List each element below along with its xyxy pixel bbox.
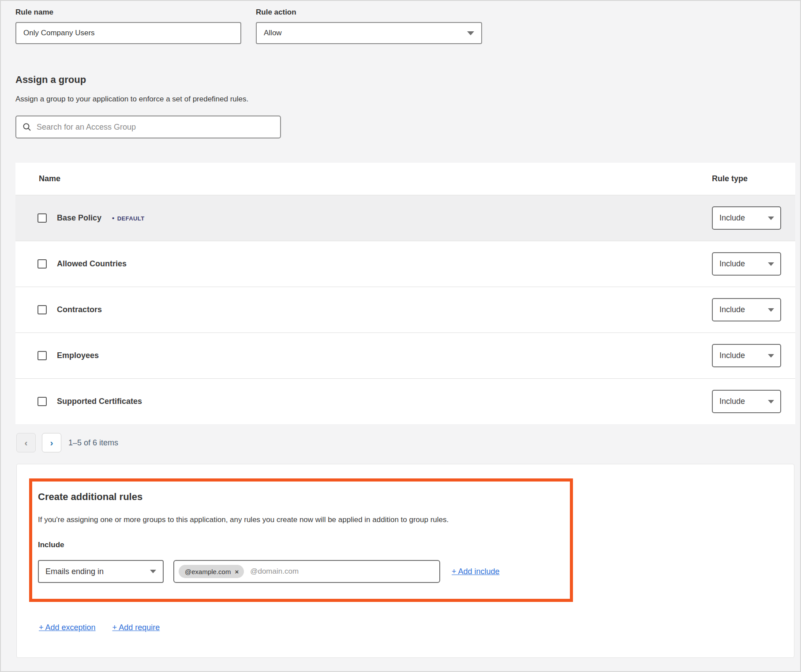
dropdown-arrow-icon: [768, 308, 774, 312]
rule-type-cell: Include: [712, 298, 788, 321]
rule-type-select[interactable]: Include: [712, 344, 781, 367]
policy-editor-page: Rule name Rule action Allow Assign a gro…: [0, 0, 801, 672]
rule-criteria-select[interactable]: Emails ending in: [38, 560, 164, 583]
rule-action-field: Rule action Allow: [256, 8, 482, 44]
rule-type-value: Include: [719, 397, 745, 406]
row-label-group: Contractors: [37, 305, 102, 314]
add-include-link[interactable]: + Add include: [452, 567, 500, 576]
chevron-left-icon: ‹: [25, 437, 28, 448]
access-group-search[interactable]: [15, 116, 281, 138]
column-header-rule-type: Rule type: [712, 174, 788, 183]
rule-action-select[interactable]: Allow: [256, 22, 482, 44]
remove-chip-icon[interactable]: ×: [235, 568, 239, 575]
pagination: ‹ › 1–5 of 6 items: [16, 433, 801, 452]
table-row: Supported Certificates Include: [15, 378, 795, 424]
rule-name-input[interactable]: [15, 22, 241, 44]
domain-text-input[interactable]: [250, 567, 435, 576]
table-row: Base Policy •DEFAULT Include: [15, 195, 795, 241]
dropdown-arrow-icon: [768, 217, 774, 220]
rule-name-field: Rule name: [15, 8, 241, 44]
rule-type-cell: Include: [712, 206, 788, 230]
search-input[interactable]: [37, 123, 274, 132]
rule-type-select[interactable]: Include: [712, 298, 781, 321]
table-row: Contractors Include: [15, 287, 795, 332]
search-icon: [22, 123, 31, 131]
rule-type-value: Include: [719, 259, 745, 269]
group-name: Contractors: [57, 305, 102, 314]
row-checkbox[interactable]: [37, 305, 47, 314]
row-checkbox[interactable]: [37, 213, 47, 223]
dropdown-arrow-icon: [150, 570, 156, 573]
column-header-name: Name: [39, 174, 60, 183]
rule-type-cell: Include: [712, 390, 788, 413]
table-header: Name Rule type: [15, 163, 795, 195]
assign-group-heading: Assign a group: [15, 74, 801, 86]
assign-group-description: Assign a group to your application to en…: [15, 95, 801, 104]
additional-rules-heading: Create additional rules: [38, 491, 561, 503]
add-exception-link[interactable]: + Add exception: [39, 623, 96, 632]
add-require-link[interactable]: + Add require: [112, 623, 160, 632]
rule-type-cell: Include: [712, 252, 788, 276]
rule-type-value: Include: [719, 351, 745, 360]
group-name: Allowed Countries: [57, 259, 127, 269]
badge-dot-icon: •: [112, 214, 115, 222]
chevron-right-icon: ›: [50, 437, 53, 448]
rule-name-label: Rule name: [15, 8, 241, 17]
rule-action-label: Rule action: [256, 8, 482, 17]
group-name: Supported Certificates: [57, 397, 142, 406]
rule-type-select[interactable]: Include: [712, 390, 781, 413]
previous-page-button[interactable]: ‹: [16, 433, 36, 452]
row-label-group: Supported Certificates: [37, 397, 142, 406]
additional-rules-card: Create additional rules If you're assign…: [16, 464, 794, 658]
rule-action-value: Allow: [264, 29, 282, 37]
dropdown-arrow-icon: [768, 354, 774, 358]
group-name: Employees: [57, 351, 99, 360]
rule-type-cell: Include: [712, 344, 788, 367]
row-checkbox[interactable]: [37, 351, 47, 360]
additional-rules-description: If you're assigning one or more groups t…: [38, 515, 561, 524]
dropdown-arrow-icon: [768, 400, 774, 403]
rule-type-select[interactable]: Include: [712, 206, 781, 230]
email-domain-chip: @example.com ×: [179, 565, 244, 578]
rule-type-value: Include: [719, 213, 745, 223]
rule-links-row: + Add exception + Add require: [39, 623, 794, 632]
highlighted-region: Create additional rules If you're assign…: [29, 478, 573, 602]
pagination-status: 1–5 of 6 items: [68, 438, 118, 448]
dropdown-arrow-icon: [467, 31, 474, 35]
row-checkbox[interactable]: [37, 397, 47, 406]
dropdown-arrow-icon: [768, 262, 774, 266]
rule-type-select[interactable]: Include: [712, 252, 781, 276]
row-label-group: Allowed Countries: [37, 259, 127, 269]
chip-label: @example.com: [185, 568, 231, 575]
default-badge: •DEFAULT: [112, 214, 144, 222]
table-row: Employees Include: [15, 332, 795, 378]
access-groups-table: Name Rule type Base Policy •DEFAULT Incl…: [15, 163, 795, 424]
row-checkbox[interactable]: [37, 259, 47, 269]
rule-criteria-value: Emails ending in: [45, 567, 104, 576]
include-rule-row: Emails ending in @example.com × + Add in…: [38, 560, 561, 583]
table-row: Allowed Countries Include: [15, 241, 795, 287]
next-page-button[interactable]: ›: [42, 433, 61, 452]
row-label-group: Employees: [37, 351, 99, 360]
rule-form-row: Rule name Rule action Allow: [0, 8, 801, 44]
group-name: Base Policy: [57, 213, 101, 223]
row-label-group: Base Policy •DEFAULT: [37, 213, 145, 223]
email-domains-input[interactable]: @example.com ×: [173, 560, 440, 583]
rule-type-value: Include: [719, 305, 745, 314]
include-label: Include: [38, 541, 561, 549]
